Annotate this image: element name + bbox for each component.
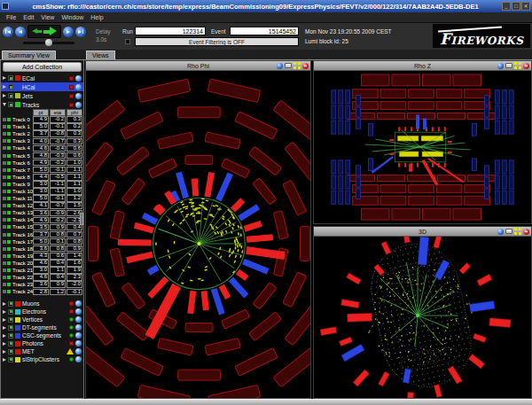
track-row-4[interactable]: Track 44.6-0.40.6 [1,144,83,152]
track-visibility-icon[interactable] [7,154,11,158]
track-visibility-icon[interactable] [7,218,11,222]
color-swatch[interactable] [15,301,20,307]
track-row-13[interactable]: Track 133.6-0.92.6 [1,209,83,216]
menu-help[interactable]: Help [87,14,106,20]
track-visibility-icon[interactable] [7,132,11,136]
minimize-button[interactable]: _ [502,2,511,11]
collection-row-muons[interactable]: Muons [1,300,83,308]
track-visibility-icon[interactable] [7,183,11,186]
maximize-button[interactable]: □ [512,2,520,11]
visibility-checkbox[interactable] [8,333,13,339]
visibility-checkbox[interactable] [8,102,13,107]
color-swatch[interactable] [15,93,20,98]
collection-row-hcal[interactable]: HCal [1,82,83,91]
info-sphere-icon[interactable] [75,93,82,99]
expand-icon[interactable] [293,62,301,69]
expand-arrow-icon[interactable] [3,318,6,322]
column-header-eta[interactable]: eta [50,109,66,116]
track-row-2[interactable]: Track 23.7-0.80.3 [1,130,83,137]
track-visibility-icon[interactable] [7,283,11,286]
expand-arrow-icon[interactable] [3,85,6,89]
menu-view[interactable]: View [37,14,58,20]
track-visibility-icon[interactable] [7,240,11,244]
collection-row-csc-segments[interactable]: CSC-segments [1,331,83,339]
visibility-checkbox[interactable] [8,84,13,90]
track-row-11[interactable]: Track 115.0-0.11.2 [1,195,83,202]
expand-icon[interactable] [514,228,521,235]
info-icon[interactable] [277,63,283,69]
color-swatch[interactable] [15,317,20,323]
forward-arrow-icon[interactable] [43,27,57,36]
collection-row-vertices[interactable]: Vertices [1,315,83,323]
visibility-checkbox[interactable] [8,301,13,307]
visibility-checkbox[interactable] [8,75,13,81]
event-filter-button[interactable]: Event Filtering is OFF [135,37,299,46]
track-visibility-icon[interactable] [7,211,11,214]
info-sphere-icon[interactable] [75,340,82,347]
track-row-21[interactable]: Track 213.01.11.9 [1,267,83,274]
expand-arrow-icon[interactable] [3,94,6,97]
tab-summary-view[interactable]: Summary View [2,51,56,59]
color-swatch[interactable] [15,325,20,331]
info-sphere-icon[interactable] [75,332,82,339]
track-row-18[interactable]: Track 183.60.80.9 [1,245,83,253]
track-row-14[interactable]: Track 144.9-0.2-2.3 [1,216,83,223]
close-view-icon[interactable] [302,63,309,69]
track-visibility-icon[interactable] [7,161,11,165]
title-bar[interactable]: cmsShow: rfio:///castor/cern.ch/cms/stor… [0,0,532,12]
expand-arrow-icon[interactable] [3,350,6,354]
rho-z-canvas[interactable] [314,71,531,223]
previous-event-button[interactable] [15,27,26,37]
rho-phi-canvas[interactable] [86,71,310,398]
back-arrow-icon[interactable] [32,27,42,35]
delay-slider[interactable] [23,42,74,44]
track-row-19[interactable]: Track 194.30.61.4 [1,253,83,260]
undock-icon[interactable] [505,229,512,234]
info-sphere-icon[interactable] [75,308,82,315]
info-sphere-icon[interactable] [75,348,82,354]
filter-checkbox[interactable] [125,39,130,44]
column-header-pt[interactable]: pt [33,109,49,116]
tab-views[interactable]: Views [86,51,115,59]
visibility-checkbox[interactable] [8,309,13,315]
track-row-10[interactable]: Track 103.0-1.11.0 [1,188,83,195]
track-row-1[interactable]: Track 15.0-0.10.2 [1,123,83,130]
rho-phi-header[interactable]: Rho Phi [86,61,310,71]
undock-icon[interactable] [285,63,292,68]
track-row-23[interactable]: Track 233.60.9-2.0 [1,281,83,288]
close-view-icon[interactable] [523,63,529,69]
first-event-button[interactable] [3,27,13,37]
expand-arrow-icon[interactable] [3,326,6,330]
visibility-checkbox[interactable] [8,357,13,362]
track-visibility-icon[interactable] [7,190,11,193]
close-button[interactable]: ✕ [521,2,530,11]
track-visibility-icon[interactable] [7,247,11,251]
track-row-5[interactable]: Track 54.8-0.30.6 [1,152,83,159]
menu-edit[interactable]: Edit [20,14,37,20]
visibility-checkbox[interactable] [8,349,13,354]
track-row-0[interactable]: Track 04.9-0.20.3 [1,116,83,123]
info-sphere-icon[interactable] [75,102,82,108]
expand-arrow-icon[interactable] [3,358,6,362]
track-row-12[interactable]: Track 124.1-0.71.5 [1,202,83,209]
collection-row-tracks[interactable]: Tracks [1,100,83,109]
info-sphere-icon[interactable] [75,324,82,331]
track-row-9[interactable]: Track 93.0-1.11.1 [1,181,83,188]
rho-z-header[interactable]: Rho Z [314,61,531,71]
collection-row-jets[interactable]: Jets [1,91,83,100]
track-row-20[interactable]: Track 204.60.41.6 [1,260,83,267]
run-input[interactable]: 122314 [135,27,206,35]
color-swatch[interactable] [15,102,20,107]
close-view-icon[interactable] [523,229,529,235]
visibility-checkbox[interactable] [8,317,13,323]
add-collection-button[interactable]: Add Collection [3,62,82,72]
undock-icon[interactable] [505,63,512,68]
collection-row-met[interactable]: MET [1,347,83,355]
collection-row-electrons[interactable]: Electrons [1,308,83,315]
expand-arrow-icon[interactable] [3,334,6,338]
expand-arrow-icon[interactable] [3,76,6,80]
track-visibility-icon[interactable] [7,125,11,129]
expand-arrow-icon[interactable] [3,342,6,346]
track-row-8[interactable]: Track 84.4-0.51.1 [1,174,83,181]
info-sphere-icon[interactable] [75,316,82,323]
